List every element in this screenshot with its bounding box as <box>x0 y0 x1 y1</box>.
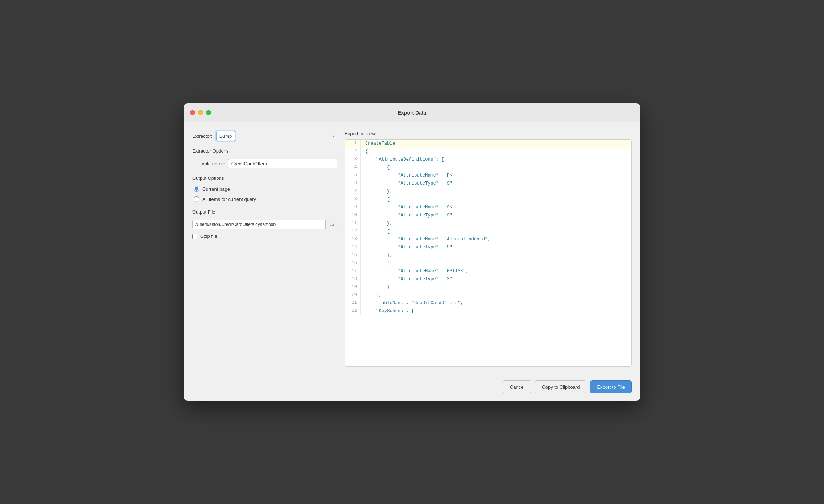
code-line: 17 "AttributeName": "GSI1SK", <box>345 267 631 275</box>
code-line: 12 { <box>345 227 631 235</box>
code-line: 22 "KeySchema": [ <box>345 307 631 315</box>
output-options-radio-group: Current page All items for current query <box>192 186 337 202</box>
code-line: 5 "AttributeName": "PK", <box>345 172 631 179</box>
line-number: 5 <box>345 172 361 179</box>
line-number: 3 <box>345 156 361 164</box>
extractor-options-header: Extractor Options <box>192 148 337 154</box>
code-line: 4 { <box>345 164 631 172</box>
folder-icon: 🗂 <box>329 222 334 227</box>
line-content: { <box>361 164 390 172</box>
code-line: 10 "AttributeType": "S" <box>345 211 631 219</box>
code-line: 2{ <box>345 148 631 156</box>
line-content: { <box>361 195 390 203</box>
line-content: "AttributeType": "S" <box>361 243 452 251</box>
all-items-radio[interactable] <box>194 196 199 202</box>
preview-label: Export preview: <box>345 131 632 136</box>
code-line: 1CreateTable <box>345 140 631 148</box>
cancel-button[interactable]: Cancel <box>503 380 531 393</box>
line-content: "AttributeName": "PK", <box>361 172 458 179</box>
line-number: 12 <box>345 227 361 235</box>
line-number: 19 <box>345 283 361 291</box>
line-number: 7 <box>345 187 361 195</box>
line-content: "AttributeName": "AccountIndexId", <box>361 235 490 243</box>
current-page-radio[interactable] <box>194 186 199 192</box>
window-title: Export Data <box>398 110 427 116</box>
gzip-checkbox[interactable] <box>192 234 197 239</box>
code-line: 9 "AttributeName": "SK", <box>345 203 631 211</box>
line-number: 20 <box>345 291 361 299</box>
export-dialog: Export Data Extractor: Dump CSV JSON ▾ <box>184 103 640 401</box>
table-name-label: Table name: <box>199 161 225 166</box>
output-options-section: Output Options Current page All items fo… <box>192 175 337 202</box>
code-line: 18 "AttributeType": "S" <box>345 275 631 283</box>
bottom-bar: Cancel Copy to Clipboard Export to File <box>184 375 640 401</box>
line-number: 18 <box>345 275 361 283</box>
line-number: 16 <box>345 259 361 267</box>
code-line: 13 "AttributeName": "AccountIndexId", <box>345 235 631 243</box>
line-number: 21 <box>345 299 361 307</box>
output-file-header: Output File <box>192 209 337 215</box>
code-line: 21 "TableName": "CreditCardOffers", <box>345 299 631 307</box>
all-items-option[interactable]: All items for current query <box>194 196 337 202</box>
line-content: ], <box>361 291 382 299</box>
code-line: 8 { <box>345 195 631 203</box>
maximize-button[interactable] <box>206 110 211 115</box>
extractor-options-divider <box>232 151 337 151</box>
code-line: 16 { <box>345 259 631 267</box>
code-preview[interactable]: 1CreateTable2{3 "AttributeDefinitions": … <box>345 139 632 367</box>
line-content: { <box>361 227 390 235</box>
line-number: 6 <box>345 179 361 187</box>
file-path-input[interactable] <box>192 220 326 229</box>
current-page-option[interactable]: Current page <box>194 186 337 192</box>
code-line: 3 "AttributeDefinitions": [ <box>345 156 631 164</box>
line-content: { <box>361 148 368 156</box>
code-line: 15 }, <box>345 251 631 259</box>
line-number: 8 <box>345 195 361 203</box>
line-content: "AttributeType": "S" <box>361 275 452 283</box>
extractor-options-title: Extractor Options <box>192 148 228 154</box>
gzip-row[interactable]: Gzip file <box>192 234 337 239</box>
current-page-label: Current page <box>202 186 230 192</box>
table-name-input[interactable] <box>228 159 337 168</box>
close-button[interactable] <box>190 110 195 115</box>
minimize-button[interactable] <box>198 110 203 115</box>
line-number: 13 <box>345 235 361 243</box>
output-file-title: Output File <box>192 209 215 215</box>
file-browse-button[interactable]: 🗂 <box>326 220 337 229</box>
line-content: "KeySchema": [ <box>361 307 414 315</box>
line-content: "AttributeType": "S" <box>361 179 452 187</box>
output-options-title: Output Options <box>192 175 224 181</box>
right-panel: Export preview: 1CreateTable2{3 "Attribu… <box>345 131 632 367</box>
gzip-label: Gzip file <box>200 234 217 239</box>
line-content: CreateTable <box>361 140 395 148</box>
line-number: 10 <box>345 211 361 219</box>
file-path-row: 🗂 <box>192 220 337 229</box>
line-content: { <box>361 259 390 267</box>
extractor-row: Extractor: Dump CSV JSON ▾ <box>192 131 337 141</box>
code-line: 19 } <box>345 283 631 291</box>
titlebar: Export Data <box>184 103 640 122</box>
all-items-label: All items for current query <box>202 197 256 202</box>
output-file-divider <box>219 212 337 212</box>
table-name-row: Table name: <box>192 159 337 168</box>
line-number: 11 <box>345 219 361 227</box>
line-number: 1 <box>345 140 361 148</box>
extractor-select[interactable]: Dump CSV JSON <box>216 131 235 141</box>
output-options-header: Output Options <box>192 175 337 181</box>
line-content: }, <box>361 187 392 195</box>
traffic-lights <box>190 110 211 115</box>
code-line: 20 ], <box>345 291 631 299</box>
extractor-options-section: Extractor Options Table name: <box>192 148 337 168</box>
left-panel: Extractor: Dump CSV JSON ▾ Extractor Opt… <box>192 131 337 367</box>
line-content: } <box>361 283 390 291</box>
line-number: 22 <box>345 307 361 315</box>
copy-to-clipboard-button[interactable]: Copy to Clipboard <box>535 380 586 393</box>
code-line: 7 }, <box>345 187 631 195</box>
line-number: 17 <box>345 267 361 275</box>
line-content: "AttributeDefinitions": [ <box>361 156 444 164</box>
line-content: "AttributeType": "S" <box>361 211 452 219</box>
line-number: 2 <box>345 148 361 156</box>
line-content: "TableName": "CreditCardOffers", <box>361 299 463 307</box>
export-to-file-button[interactable]: Export to File <box>590 380 632 393</box>
line-number: 4 <box>345 164 361 172</box>
